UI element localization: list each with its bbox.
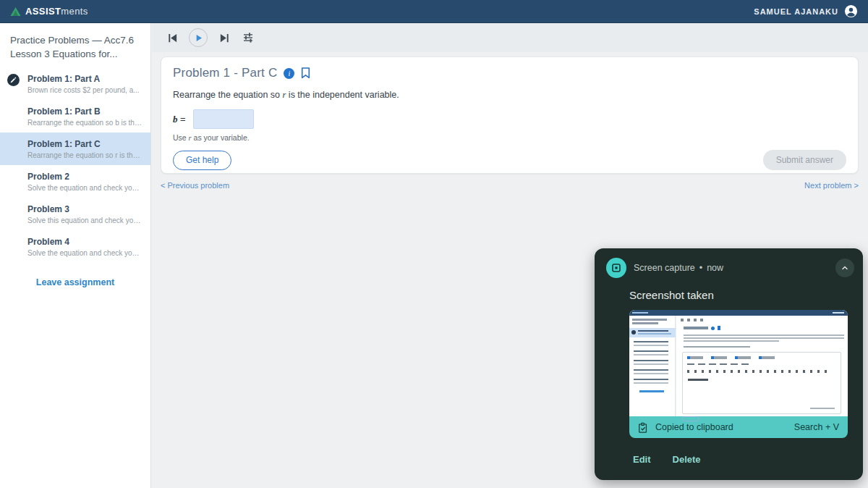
topbar: ASSISTments SAMUEL AJANAKU	[0, 0, 868, 23]
sidebar-item-problem-1-part-b[interactable]: Problem 1: Part B Rearrange the equation…	[0, 100, 150, 132]
info-icon[interactable]: i	[284, 68, 294, 79]
sidebar-item-problem-3[interactable]: Problem 3 Solve this equation and check …	[0, 198, 150, 230]
bookmark-icon[interactable]	[301, 67, 310, 79]
next-problem-link[interactable]: Next problem >	[804, 181, 859, 190]
helper-suffix: as your variable.	[192, 133, 250, 142]
clipboard-label: Copied to clipboard	[655, 422, 733, 432]
thumbnail-main	[676, 316, 848, 416]
get-help-button[interactable]: Get help	[173, 151, 231, 170]
leave-assignment-link[interactable]: Leave assignment	[0, 277, 150, 287]
sidebar-item-title: Problem 1: Part C	[27, 139, 142, 149]
pagination: < Previous problem Next problem >	[161, 181, 859, 190]
brand-text: ASSISTments	[25, 6, 88, 17]
sidebar-item-problem-4[interactable]: Problem 4 Solve the equation and check y…	[0, 230, 150, 263]
screen-capture-icon	[606, 258, 626, 278]
sidebar-item-problem-1-part-a[interactable]: Problem 1: Part A Brown rice costs $2 pe…	[0, 67, 150, 100]
skip-next-button[interactable]	[217, 30, 231, 45]
assistments-logo-icon	[10, 7, 21, 17]
statement-text: is the independent variable.	[286, 90, 399, 100]
problem-statement: Rearrange the equation so r is the indep…	[173, 90, 846, 101]
play-button[interactable]	[189, 28, 208, 47]
sidebar-item-title: Problem 4	[27, 237, 142, 247]
skip-next-icon	[219, 33, 230, 43]
sidebar-item-problem-2[interactable]: Problem 2 Solve the equation and check y…	[0, 165, 150, 198]
statement-text: Rearrange the equation so	[173, 90, 283, 100]
thumbnail-preview	[629, 310, 848, 416]
clipboard-bar: Copied to clipboard Search + V	[629, 416, 848, 438]
notification-source: Screen capture	[634, 263, 695, 273]
screen-capture-notification: Screen capture • now Screenshot taken	[595, 248, 863, 480]
answer-input[interactable]	[193, 109, 254, 129]
pencil-circle-icon	[7, 74, 20, 86]
edit-button[interactable]: Edit	[633, 454, 651, 465]
account-circle-icon[interactable]	[844, 4, 858, 18]
sidebar-item-problem-1-part-c[interactable]: Problem 1: Part C Rearrange the equation…	[0, 132, 150, 165]
sidebar-item-title: Problem 1: Part B	[27, 106, 142, 117]
screenshot-thumbnail[interactable]: Copied to clipboard Search + V	[629, 310, 848, 438]
answer-equals: =	[178, 114, 186, 125]
thumbnail-topbar	[629, 310, 848, 316]
delete-button[interactable]: Delete	[673, 454, 701, 465]
skip-previous-button[interactable]	[165, 30, 179, 45]
playback-toolbar	[152, 23, 868, 52]
play-icon	[194, 33, 203, 43]
sidebar-item-subtitle: Solve this equation and check your...	[27, 216, 142, 224]
sidebar-item-subtitle: Solve the equation and check your...	[27, 249, 142, 257]
skip-previous-icon	[167, 33, 178, 43]
sidebar-item-subtitle: Rearrange the equation so b is the...	[27, 119, 142, 127]
problem-card: Problem 1 - Part C i Rearrange the equat…	[161, 56, 859, 174]
sidebar-item-title: Problem 3	[27, 204, 142, 214]
problem-title: Problem 1 - Part C	[173, 66, 277, 80]
tune-icon	[242, 32, 254, 43]
thumbnail-sidebar	[629, 316, 676, 416]
username: SAMUEL AJANAKU	[754, 7, 838, 16]
previous-problem-link[interactable]: < Previous problem	[161, 181, 229, 190]
sidebar-item-subtitle: Solve the equation and check your...	[27, 184, 142, 192]
assistments-logo[interactable]: ASSISTments	[10, 6, 88, 17]
shortcut-label: Search + V	[794, 422, 839, 432]
submit-answer-button[interactable]: Submit answer	[763, 150, 846, 170]
sidebar: Practice Problems — Acc7.6 Lesson 3 Equa…	[0, 23, 151, 488]
notification-time: now	[707, 263, 723, 273]
brand-light: ments	[61, 6, 88, 17]
chevron-up-icon	[841, 264, 849, 272]
answer-label: b =	[173, 114, 186, 125]
sidebar-item-title: Problem 1: Part A	[27, 74, 142, 84]
tune-button[interactable]	[241, 30, 255, 45]
helper-text: Use r as your variable.	[173, 133, 846, 142]
helper-prefix: Use	[173, 133, 189, 142]
clipboard-icon	[638, 422, 649, 433]
notification-separator: •	[699, 263, 702, 273]
brand-bold: ASSIST	[25, 6, 61, 17]
assignment-title: Practice Problems — Acc7.6 Lesson 3 Equa…	[0, 23, 150, 67]
sidebar-item-title: Problem 2	[27, 172, 142, 182]
notification-title: Screenshot taken	[629, 289, 714, 301]
collapse-button[interactable]	[835, 258, 854, 277]
sidebar-item-subtitle: Rearrange the equation so r is the...	[27, 151, 142, 159]
sidebar-item-subtitle: Brown rice costs $2 per pound, a...	[27, 86, 142, 94]
